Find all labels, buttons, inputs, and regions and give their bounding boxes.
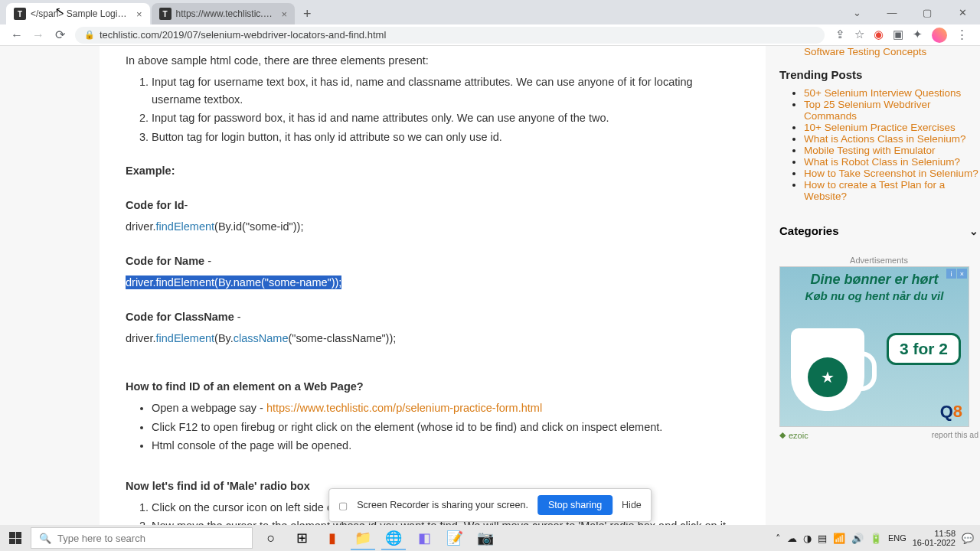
intro-text: In above sample html code, there are thr… bbox=[126, 52, 740, 69]
advertisement[interactable]: i× Dine bønner er hørtKøb nu og hent når… bbox=[779, 266, 969, 427]
practice-form-link[interactable]: https://www.techlistic.com/p/selenium-pr… bbox=[266, 402, 542, 414]
taskbar: 🔍 Type here to search ○ ⊞ ▮ 📁 🌐 ◧ 📝 📷 ˄ … bbox=[0, 525, 980, 551]
categories-heading: Categories bbox=[779, 224, 839, 237]
battery-icon[interactable]: 🔋 bbox=[870, 533, 882, 544]
trending-link[interactable]: 10+ Selenium Practice Exercises bbox=[804, 122, 956, 133]
example-heading: Example: bbox=[126, 165, 175, 177]
search-placeholder: Type here to search bbox=[57, 533, 145, 544]
tab-title: https://www.techlistic.com/p/sel bbox=[176, 8, 276, 19]
code-line-name: driver.findElement(By.name("some-name"))… bbox=[126, 274, 740, 291]
hide-button[interactable]: Hide bbox=[622, 500, 642, 510]
male-heading: Now let's find id of 'Male' radio box bbox=[126, 480, 310, 492]
list-item: Open a webpage say - https://www.techlis… bbox=[152, 399, 740, 416]
minimize-button[interactable]: — bbox=[874, 0, 910, 24]
profile-avatar[interactable] bbox=[932, 28, 947, 43]
favicon-icon: T bbox=[159, 8, 172, 20]
stop-sharing-button[interactable]: Stop sharing bbox=[537, 495, 612, 515]
cortana-icon[interactable]: ○ bbox=[256, 525, 286, 551]
browser-tab-inactive[interactable]: T https://www.techlistic.com/p/sel × bbox=[152, 3, 296, 24]
system-tray: ˄ ☁ ◑ ▤ 📶 🔊 🔋 ENG 11:58 16-01-2022 💬 bbox=[776, 529, 980, 547]
start-button[interactable] bbox=[0, 525, 31, 551]
trending-link[interactable]: What is Robot Class in Selenium? bbox=[804, 156, 960, 168]
points-list: Input tag for username text box, it has … bbox=[152, 73, 740, 145]
share-message: Screen Recorder is sharing your screen. bbox=[357, 500, 528, 510]
ad-info-icon[interactable]: i bbox=[946, 269, 956, 279]
cursor-icon: ↖ bbox=[54, 4, 66, 18]
article-content: In above sample html code, there are thr… bbox=[100, 46, 766, 525]
language-indicator[interactable]: ENG bbox=[888, 533, 906, 543]
tray-icon[interactable]: ◑ bbox=[803, 533, 812, 544]
trending-link[interactable]: 50+ Selenium Interview Questions bbox=[804, 87, 961, 99]
trending-link[interactable]: How to Take Screenshot in Selenium? bbox=[804, 168, 978, 179]
tab-title: </span> Sample Login Page <s bbox=[31, 8, 130, 19]
trending-link[interactable]: Mobile Testing with Emulator bbox=[804, 145, 936, 156]
code-line-classname: driver.findElement(By.className("some-cl… bbox=[126, 330, 740, 347]
report-ad-link[interactable]: report this ad bbox=[779, 430, 978, 439]
chrome-icon[interactable]: 🌐 bbox=[378, 525, 409, 551]
taskbar-search[interactable]: 🔍 Type here to search bbox=[31, 527, 253, 549]
list-item: Click F12 to open firebug or right click… bbox=[152, 419, 740, 435]
chrome-dropdown-icon[interactable]: ⌄ bbox=[839, 0, 874, 24]
coffee-cup-graphic: ★ bbox=[791, 328, 864, 411]
taskbar-app[interactable]: 📝 bbox=[439, 525, 470, 551]
taskbar-app[interactable]: ▮ bbox=[317, 525, 348, 551]
close-icon[interactable]: × bbox=[136, 8, 142, 20]
tray-chevron-icon[interactable]: ˄ bbox=[776, 533, 781, 544]
brand-logo: Q8 bbox=[940, 402, 962, 422]
ad-close-icon[interactable]: × bbox=[957, 269, 967, 279]
menu-button[interactable]: ⋮ bbox=[956, 28, 968, 43]
forward-button[interactable]: → bbox=[28, 24, 49, 46]
sidebar: Software Testing Concepts Trending Posts… bbox=[779, 46, 978, 525]
code-id-label: Code for Id bbox=[126, 199, 185, 211]
tray-icon[interactable]: ▤ bbox=[818, 533, 827, 544]
list-item: Input tag for password box, it has id an… bbox=[152, 109, 740, 126]
url-text: techlistic.com/2019/07/selenium-webdrive… bbox=[100, 29, 386, 41]
trending-link[interactable]: How to create a Test Plan for a Website? bbox=[804, 179, 945, 202]
reload-button[interactable]: ⟳ bbox=[49, 24, 70, 46]
trending-list: 50+ Selenium Interview Questions Top 25 … bbox=[804, 87, 978, 202]
clock[interactable]: 11:58 16-01-2022 bbox=[913, 529, 956, 547]
sidebar-link-cut[interactable]: Software Testing Concepts bbox=[804, 46, 978, 57]
browser-tab-active[interactable]: T </span> Sample Login Page <s × bbox=[6, 3, 150, 24]
extensions-button[interactable]: ✦ bbox=[913, 28, 923, 43]
task-view-icon[interactable]: ⊞ bbox=[286, 525, 317, 551]
close-icon[interactable]: × bbox=[282, 8, 288, 20]
trending-link[interactable]: What is Actions Class in Selenium? bbox=[804, 133, 966, 145]
maximize-button[interactable]: ▢ bbox=[910, 0, 945, 24]
file-explorer-icon[interactable]: 📁 bbox=[348, 525, 378, 551]
search-icon: 🔍 bbox=[39, 533, 51, 544]
wifi-icon[interactable]: 📶 bbox=[833, 533, 845, 544]
list-item: Button tag for login button, it has only… bbox=[152, 129, 740, 145]
share-icon[interactable]: ⇪ bbox=[835, 28, 845, 43]
page-viewport: In above sample html code, there are thr… bbox=[0, 46, 980, 525]
extension-icon[interactable]: ▣ bbox=[893, 28, 903, 43]
taskbar-app[interactable]: 📷 bbox=[470, 525, 501, 551]
list-item: Html console of the page will be opened. bbox=[152, 437, 740, 454]
howto-list: Open a webpage say - https://www.techlis… bbox=[152, 399, 740, 454]
extension-icon[interactable]: ◉ bbox=[874, 28, 884, 43]
url-input[interactable]: 🔒 techlistic.com/2019/07/selenium-webdri… bbox=[75, 27, 825, 44]
notifications-icon[interactable]: 💬 bbox=[962, 533, 974, 544]
onedrive-icon[interactable]: ☁ bbox=[787, 533, 797, 544]
new-tab-button[interactable]: + bbox=[296, 3, 318, 24]
chevron-down-icon: ⌄ bbox=[969, 225, 978, 237]
back-button[interactable]: ← bbox=[6, 24, 28, 46]
list-item: Input tag for username text box, it has … bbox=[152, 73, 740, 108]
address-bar: ← → ⟳ 🔒 techlistic.com/2019/07/selenium-… bbox=[0, 24, 980, 46]
code-name-label: Code for Name bbox=[126, 255, 204, 267]
favicon-icon: T bbox=[14, 8, 26, 20]
screen-icon: ▢ bbox=[338, 500, 348, 511]
browser-tab-strip: T </span> Sample Login Page <s × T https… bbox=[0, 0, 980, 24]
taskbar-app[interactable]: ◧ bbox=[409, 525, 439, 551]
window-close-button[interactable]: ✕ bbox=[945, 0, 980, 24]
code-line-id: driver.findElement(By.id("some-id")); bbox=[126, 218, 740, 235]
categories-toggle[interactable]: Categories ⌄ bbox=[779, 216, 978, 245]
bookmark-icon[interactable]: ☆ bbox=[854, 28, 864, 43]
volume-icon[interactable]: 🔊 bbox=[851, 533, 864, 544]
lock-icon: 🔒 bbox=[84, 30, 95, 40]
ad-label: Advertisements bbox=[779, 256, 978, 265]
howto-heading: How to find ID of an element on a Web Pa… bbox=[126, 380, 364, 393]
offer-badge: 3 for 2 bbox=[887, 333, 961, 365]
trending-link[interactable]: Top 25 Selenium Webdriver Commands bbox=[804, 99, 931, 122]
screen-share-bar: ▢ Screen Recorder is sharing your screen… bbox=[328, 488, 652, 522]
